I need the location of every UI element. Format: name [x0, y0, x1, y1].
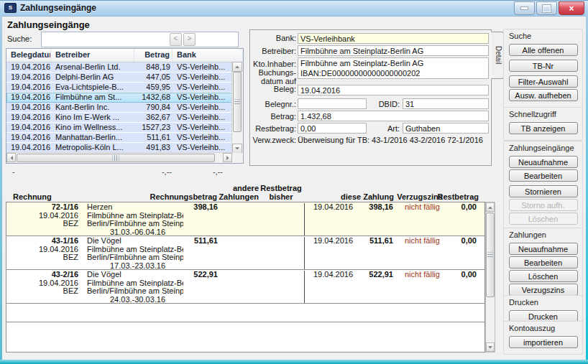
detail-panel: Bank: VS-Verleihbank Betreiber: Filmbühn… [249, 29, 492, 166]
ze-storno-aufheben-button[interactable]: Storno aufh. [509, 199, 578, 211]
z-neuaufnahme-button[interactable]: Neuaufnahme [509, 243, 578, 255]
scroll-right-button[interactable] [223, 153, 232, 162]
kto-inhaber-field[interactable]: Filmbühne am Steinplatz-Berlin AG IBAN:D… [298, 57, 489, 79]
table-row-selected[interactable]: 19.04.2016Filmbühne am St...1432,68VS-Ve… [6, 93, 243, 103]
betreiber-label: Betreiber: [252, 47, 296, 55]
group-schnellzugriff: Schnellzugriff TB anzeigen [503, 107, 583, 141]
close-button[interactable]: × [559, 1, 584, 15]
table-row[interactable]: 19.04.2016Eva-Lichtspiele-B...459,95VS-V… [6, 83, 243, 93]
payments-horizontal-scrollbar[interactable] [6, 152, 233, 163]
close-icon: × [569, 5, 574, 12]
scroll-down-button[interactable] [486, 342, 495, 352]
group-suche: Suche Alle offenen TB-Nr Filter-Auswahl … [503, 29, 583, 108]
arrow-right-icon [226, 156, 231, 160]
col-belegdatum[interactable]: Belegdatum [6, 49, 51, 62]
alle-offenen-button[interactable]: Alle offenen [509, 44, 578, 56]
z-loeschen-button[interactable]: Löschen [509, 270, 578, 282]
col-andere-zahlungen: andere Zahlungen [217, 185, 259, 201]
invoice-table: 72-1/16 19.04.2016 BEZ Herzen Filmbühne … [6, 202, 485, 353]
summary-dash: - [12, 167, 15, 176]
table-row[interactable]: 19.04.2016Kant-Berlin Inc.790,84VS-Verle… [6, 103, 243, 113]
scrollbar-thumb[interactable] [17, 154, 215, 162]
scrollbar-thumb[interactable] [233, 72, 242, 132]
due-status: nicht fällig [395, 237, 446, 269]
table-row[interactable]: 19.04.2016Delphi-Berlin AG447,05VS-Verle… [6, 73, 243, 83]
payments-table-header[interactable]: Belegdatum Betreiber Betrag Bank [6, 49, 243, 62]
belegdatum-field[interactable]: 19.04.2016 [298, 85, 489, 95]
window-border-top [0, 0, 588, 1]
tb-anzeigen-button[interactable]: TB anzeigen [509, 122, 578, 134]
group-title-drucken: Drucken [504, 297, 582, 309]
restbetrag-field[interactable]: 0,00 [298, 123, 367, 134]
divider [6, 322, 484, 322]
due-status: nicht fällig [395, 203, 446, 235]
invoice-vertical-scrollbar[interactable] [485, 202, 495, 353]
group-title-suche: Suche [504, 31, 582, 42]
minimize-icon [520, 6, 528, 10]
scroll-down-button[interactable] [232, 144, 242, 154]
tb-nr-button[interactable]: TB-Nr [509, 60, 578, 72]
col-diese-zahlung: diese Zahlung [303, 192, 394, 201]
scrollbar-corner [232, 153, 243, 163]
window-title: Zahlungseingänge [20, 3, 96, 13]
group-kontoauszug: Kontoauszug importieren [503, 321, 583, 355]
filter-auswahl-button[interactable]: Filter-Auswahl [509, 75, 578, 88]
scroll-up-button[interactable] [486, 202, 495, 212]
belegnr-field[interactable] [298, 98, 367, 109]
payments-table: Belegdatum Betreiber Betrag Bank 19.04.2… [6, 48, 244, 164]
art-field[interactable]: Guthaben [403, 123, 489, 134]
payments-vertical-scrollbar[interactable] [231, 62, 243, 154]
col-restbetrag: Restbetrag [446, 192, 479, 201]
z-bearbeiten-button[interactable]: Bearbeiten [509, 256, 578, 269]
summary-amount-2: -,-- [198, 167, 223, 176]
col-betrag[interactable]: Betrag [134, 49, 173, 62]
payments-table-body: 19.04.2016Arsenal-Berlin Ltd.848,19VS-Ve… [6, 62, 243, 154]
ze-stornieren-button[interactable]: Stornieren [509, 185, 578, 197]
window-border-left [0, 16, 2, 361]
ausw-aufheben-button[interactable]: Ausw. aufheben [509, 89, 578, 101]
ze-neuaufnahme-button[interactable]: Neuaufnahme [509, 156, 578, 168]
invoice-row[interactable]: 43-1/16 19.04.2016 BEZ Die Vögel Filmbüh… [6, 236, 484, 270]
col-restbetrag-bisher: Restbetrag bisher [259, 185, 303, 201]
window-border-bottom [0, 360, 588, 364]
table-row[interactable]: 19.04.2016Kino Im E-Werk ...362,67VS-Ver… [6, 113, 243, 123]
ze-bearbeiten-button[interactable]: Bearbeiten [509, 169, 578, 182]
invoice-row[interactable]: 43-2/16 19.04.2016 BEZ Die Vögel Filmbüh… [6, 270, 484, 304]
scroll-up-button[interactable] [232, 62, 242, 72]
group-title-zahlungseingaenge: Zahlungseingänge [504, 143, 582, 154]
importieren-button[interactable]: importieren [509, 336, 578, 348]
maximize-button[interactable] [536, 1, 557, 15]
search-prev-button[interactable]: < [170, 33, 182, 46]
betreiber-field[interactable]: Filmbühne am Steinplatz-Berlin AG [298, 45, 489, 56]
arrow-up-icon [235, 64, 239, 68]
bank-field[interactable]: VS-Verleihbank [298, 33, 489, 44]
invoice-row[interactable]: 72-1/16 19.04.2016 BEZ Herzen Filmbühne … [6, 202, 484, 236]
scroll-left-button[interactable] [6, 153, 16, 162]
thumb-grip-icon [234, 100, 240, 105]
table-row[interactable]: 19.04.2016Metropolis-Köln L...491,83VS-V… [6, 143, 243, 153]
table-row[interactable]: 19.04.2016Manhattan-Berlin...511,61VS-Ve… [6, 133, 243, 143]
bank-label: Bank: [252, 34, 296, 42]
col-betreiber[interactable]: Betreiber [51, 49, 134, 62]
table-row[interactable]: 19.04.2016Kino im Wellness...1527,23VS-V… [6, 123, 243, 133]
table-row[interactable]: 19.04.2016Arsenal-Berlin Ltd.848,19VS-Ve… [6, 62, 243, 73]
z-verzugszins-button[interactable]: Verzugszins [509, 284, 578, 296]
titlebar[interactable]: S Zahlungseingänge × [0, 0, 588, 17]
minimize-button[interactable] [514, 1, 535, 15]
search-label: Suche: [7, 34, 32, 43]
due-status: nicht fällig [395, 271, 446, 303]
scrollbar-thumb[interactable] [486, 213, 495, 297]
detail-tab[interactable]: Detail [491, 32, 504, 79]
thumb-grip-icon [487, 253, 493, 258]
dbid-field[interactable]: 31 [403, 98, 489, 109]
col-bank[interactable]: Bank [173, 49, 243, 62]
group-title-zahlungen: Zahlungen [504, 230, 582, 241]
maximize-icon [543, 5, 551, 12]
restbetrag-label: Restbetrag: [252, 124, 296, 133]
ze-loeschen-button[interactable]: Löschen [509, 213, 578, 225]
betrag-field[interactable]: 1.432,68 [298, 111, 489, 121]
col-rechnungsbetrag: Rechnungsbetrag [183, 192, 217, 201]
belegnr-label: Belegnr.: [252, 100, 296, 108]
search-next-button[interactable]: > [183, 33, 196, 46]
search-input[interactable] [41, 32, 239, 47]
